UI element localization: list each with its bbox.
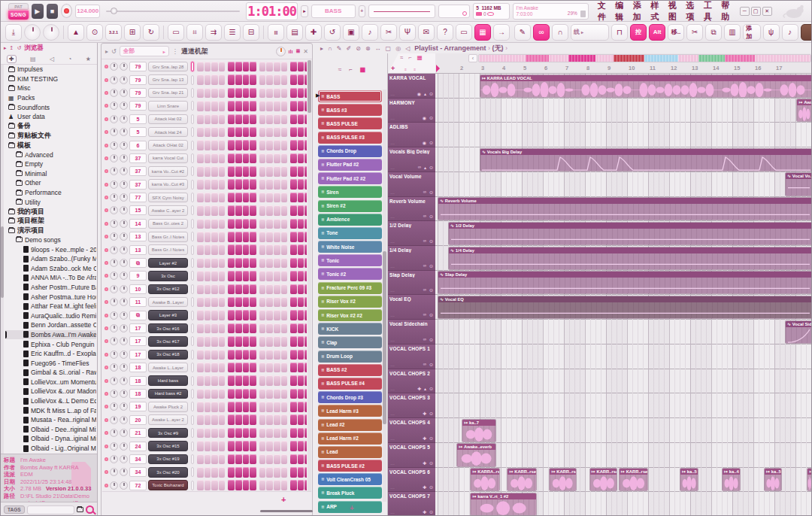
channel-pan-knob[interactable] [110, 468, 118, 476]
step-cell[interactable] [290, 258, 297, 269]
tri-icon[interactable]: ▴ [424, 386, 426, 391]
channel-target-display[interactable]: 17 [129, 350, 147, 360]
step-cell[interactable] [304, 219, 307, 229]
step-cell[interactable] [304, 454, 307, 465]
step-cell[interactable] [304, 467, 307, 478]
channel-row[interactable]: ⧉Layer #2 [103, 256, 307, 269]
step-cell[interactable] [266, 402, 273, 412]
channel-row[interactable]: 37karra Vocal Cut [103, 152, 307, 165]
track-header[interactable]: Vocal EQ…∞⊙ [388, 295, 435, 320]
add-button[interactable]: 添加 [743, 24, 761, 41]
add-pattern-button[interactable]: + [350, 504, 354, 512]
step-cell[interactable] [228, 219, 235, 229]
chat-icon[interactable]: ✉ [418, 24, 435, 41]
channel-target-display[interactable]: 10 [129, 284, 147, 294]
cut-icon[interactable]: ✂ [686, 24, 703, 41]
step-cell[interactable] [266, 140, 273, 150]
cross-icon[interactable]: ✚ [423, 509, 426, 514]
step-cell[interactable] [197, 350, 204, 360]
step-cell[interactable] [250, 193, 256, 203]
step-cell[interactable] [298, 88, 304, 99]
step-cell[interactable] [228, 389, 235, 399]
step-cell[interactable] [197, 62, 204, 72]
step-cell[interactable] [235, 428, 242, 439]
tags-input[interactable] [27, 505, 74, 514]
channel-enable-led[interactable] [105, 431, 108, 435]
move-button[interactable]: 移.. [668, 24, 684, 41]
step-cell[interactable] [228, 402, 235, 412]
step-cell[interactable] [266, 127, 273, 138]
step-edit-icon[interactable]: ▭ [168, 24, 184, 41]
channel-select-strip[interactable] [191, 232, 194, 241]
channel-rack-toggle-icon[interactable]: ⊟ [243, 24, 259, 41]
channel-volume-knob[interactable] [120, 246, 128, 254]
automation-clip[interactable]: ∿1/4 Delay [448, 247, 812, 270]
step-cell[interactable] [235, 310, 242, 320]
timeline-ruler[interactable]: 234567891011121314151617 [435, 63, 812, 74]
step-cell[interactable] [235, 323, 242, 334]
step-cell[interactable] [290, 232, 297, 242]
step-cell[interactable] [259, 140, 266, 150]
step-cell[interactable] [274, 428, 280, 439]
step-cell[interactable] [243, 271, 250, 281]
channel-pan-knob[interactable] [110, 337, 118, 345]
step-cell[interactable] [290, 74, 297, 85]
pat-mode-button[interactable]: PAT [8, 3, 29, 10]
tree-item[interactable]: Performance [5, 188, 96, 198]
step-cell[interactable] [205, 74, 211, 85]
track-options-icon[interactable]: … [390, 141, 395, 145]
step-cell[interactable] [266, 153, 273, 164]
step-cell[interactable] [274, 232, 280, 242]
step-cell[interactable] [211, 454, 218, 465]
tree-item[interactable]: Benn Jordan..assette Cafe [5, 320, 96, 330]
rack-filter-select[interactable]: 全部 ▸ [120, 46, 169, 56]
channel-row[interactable]: 37karra Vo..Cut #2 [103, 165, 307, 178]
step-cell[interactable] [274, 244, 280, 255]
channel-target-display[interactable]: 5 [129, 127, 147, 137]
step-cell[interactable] [259, 402, 266, 412]
channel-target-display[interactable]: 17 [129, 323, 147, 333]
touch-controller-icon[interactable]: ▦ [474, 24, 491, 41]
channel-target-display[interactable]: 24 [129, 442, 147, 451]
step-cell[interactable] [281, 389, 288, 399]
channel-name-button[interactable]: karra Vo..Cut #3 [148, 179, 188, 190]
step-cell[interactable] [304, 323, 307, 334]
step-cell[interactable] [219, 88, 226, 99]
step-cell[interactable] [250, 244, 256, 255]
rec-icon[interactable]: ⊙ [429, 362, 433, 367]
channel-pan-knob[interactable] [110, 167, 118, 175]
step-cell[interactable] [197, 166, 204, 177]
step-cell[interactable] [266, 101, 273, 111]
pattern-item[interactable]: ≣Lead [318, 445, 382, 459]
step-cell[interactable] [290, 297, 297, 308]
channel-volume-knob[interactable] [120, 481, 128, 490]
step-cell[interactable] [211, 350, 218, 360]
menu-item[interactable]: 编辑 [615, 0, 626, 23]
step-cell[interactable] [243, 140, 250, 150]
step-cell[interactable] [219, 480, 226, 490]
step-cell[interactable] [298, 74, 304, 85]
automation-tab-icon[interactable]: ⌐ [349, 66, 353, 73]
step-cell[interactable] [228, 166, 235, 177]
channel-volume-knob[interactable] [120, 468, 128, 476]
step-cell[interactable] [205, 179, 211, 190]
step-cell[interactable] [243, 310, 250, 320]
step-cell[interactable] [205, 153, 211, 164]
search-icon[interactable] [86, 505, 94, 514]
step-cell[interactable] [250, 414, 256, 425]
browser-scrollbar[interactable] [1, 65, 4, 454]
step-cell[interactable] [274, 336, 280, 347]
step-cell[interactable] [211, 193, 218, 203]
channel-row[interactable]: 93x Osc [103, 269, 307, 282]
rec-icon[interactable]: ⊙ [429, 115, 433, 120]
channel-name-button[interactable]: 3x Osc [148, 271, 188, 281]
step-cell[interactable] [235, 467, 242, 478]
step-cell[interactable] [250, 140, 256, 150]
step-cell[interactable] [197, 389, 204, 399]
step-cell[interactable] [219, 258, 226, 269]
step-cell[interactable] [266, 323, 273, 334]
step-cell[interactable] [197, 414, 204, 425]
tree-item[interactable]: Utility [5, 197, 96, 207]
step-cell[interactable] [290, 350, 297, 360]
track-header[interactable]: Reverb Volume…∞⊙ [388, 197, 435, 222]
